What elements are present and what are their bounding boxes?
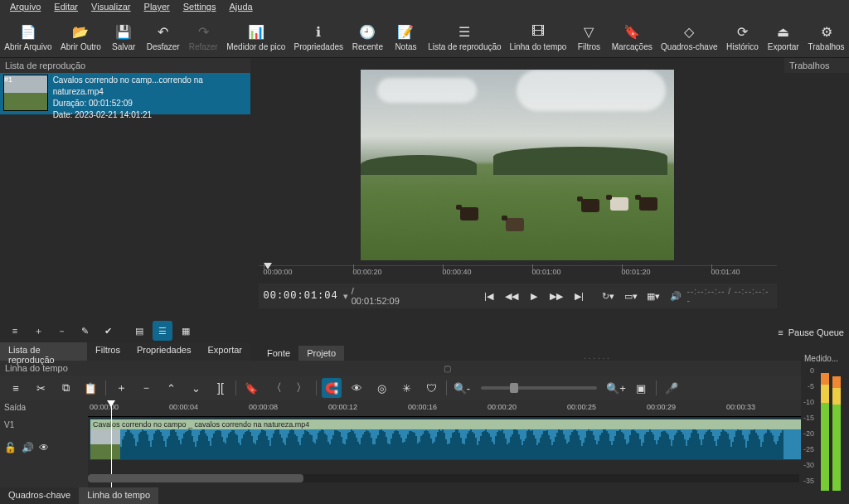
pl-view-grid-button[interactable]: ▦	[176, 321, 196, 341]
grid-button[interactable]: ▦▾	[643, 286, 662, 306]
video-preview[interactable]	[361, 70, 674, 260]
meter-scale-label: -20	[803, 429, 814, 438]
toolbar-export-button[interactable]: ⏏Exportar	[763, 17, 803, 57]
track-lock-icon[interactable]: 🔓	[4, 442, 17, 453]
meter-scale-label: -15	[803, 414, 814, 422]
toolbar-filters-button[interactable]: ▽Filtros	[570, 17, 607, 57]
tl-zoom-fit-button[interactable]: ▣	[631, 378, 651, 398]
tl-ripple-all-button[interactable]: ✳	[396, 378, 416, 398]
pl-remove-button[interactable]: －	[51, 321, 71, 341]
toolbar-recent-button[interactable]: 🕘Recente	[347, 17, 387, 57]
tab-project[interactable]: Projeto	[298, 346, 344, 361]
tl-snap-button[interactable]: 🧲	[322, 378, 342, 398]
toolbar-redo-button[interactable]: ↷Refazer	[184, 17, 222, 57]
current-timecode[interactable]: 00:00:01:04	[259, 290, 343, 302]
tl-append-button[interactable]: ＋	[111, 378, 131, 398]
toolbar-props-button[interactable]: ℹPropriedades	[289, 17, 347, 57]
tab-filters[interactable]: Filtros	[87, 342, 129, 361]
loop-button[interactable]: ↻▾	[599, 286, 618, 306]
preview-panel: 00:00:0000:00:2000:00:4000:01:0000:01:20…	[250, 58, 784, 319]
timeline-scrollbar[interactable]	[88, 474, 799, 482]
output-label: Saída	[4, 403, 26, 412]
pl-view-list-button[interactable]: ☰	[153, 321, 172, 341]
playlist-panel: Lista de reprodução Cavalos correndo no …	[0, 58, 250, 319]
pl-menu-button[interactable]: ≡	[5, 321, 25, 341]
toolbar-history-button[interactable]: ⟳Histórico	[722, 17, 764, 57]
source-tabs: Fonte Projeto . . . . . .	[250, 342, 849, 361]
pause-queue-button[interactable]: Pause Queue	[773, 326, 849, 339]
track-v1-label[interactable]: V1	[4, 420, 14, 429]
preview-tick: 00:00:40	[443, 268, 472, 276]
timeline-clip[interactable]: Cavalos correndo no campo _ cavalos corr…	[90, 419, 847, 460]
skip-start-button[interactable]: |◀	[479, 286, 498, 306]
toolbar-playlist-button[interactable]: ☰Lista de reprodução	[424, 17, 505, 57]
toolbar-keyframes-button[interactable]: ◇Quadros-chave	[657, 17, 721, 57]
playlist-thumbnail	[3, 75, 48, 111]
tl-menu-button[interactable]: ≡	[6, 378, 26, 398]
tab-export[interactable]: Exportar	[199, 342, 250, 361]
meter-bar-right	[832, 376, 841, 491]
tab-keyframes[interactable]: Quadros-chave	[0, 487, 79, 504]
tl-prev-marker-button[interactable]: 〈	[266, 378, 286, 398]
track-mute-icon[interactable]: 🔊	[22, 442, 34, 453]
tl-ripple-markers-button[interactable]: 🛡	[421, 378, 441, 398]
playlist-item-date: Date: 2023-02-21 14:01:21	[53, 109, 247, 121]
timeline-tick: 00:00:25	[567, 403, 596, 411]
menu-editar[interactable]: Editar	[47, 0, 85, 17]
pl-edit-button[interactable]: ✎	[75, 321, 95, 341]
tl-lift-button[interactable]: ⌃	[161, 378, 181, 398]
toolbar-markers-button[interactable]: 🔖Marcações	[607, 17, 657, 57]
toolbar-timeline-button[interactable]: 🎞Linha do tempo	[505, 17, 570, 57]
skip-end-button[interactable]: ▶|	[570, 286, 589, 306]
tl-copy-button[interactable]: ⧉	[56, 378, 75, 398]
tab-playlist[interactable]: Lista de reprodução	[0, 342, 87, 361]
timeline-undock-button[interactable]: ▢	[439, 364, 456, 373]
preview-ruler[interactable]: 00:00:0000:00:2000:00:4000:01:0000:01:20…	[259, 265, 777, 284]
playlist-item[interactable]: Cavalos correndo no camp...correndo na n…	[0, 73, 250, 114]
fast-forward-button[interactable]: ▶▶	[547, 286, 566, 306]
pl-check-button[interactable]: ✔	[98, 321, 118, 341]
undo-icon: ↶	[158, 22, 168, 41]
tl-remove-button[interactable]: －	[136, 378, 156, 398]
tab-properties[interactable]: Propriedades	[129, 342, 199, 361]
tl-record-audio-button[interactable]: 🎤	[662, 378, 682, 398]
tl-zoom-out-button[interactable]: 🔍-	[452, 378, 472, 398]
timeline-ruler[interactable]: 00:00:0000:00:0400:00:0800:00:1200:00:16…	[88, 400, 849, 417]
rewind-button[interactable]: ◀◀	[502, 286, 521, 306]
pl-view-detail-button[interactable]: ▤	[129, 321, 149, 341]
tl-paste-button[interactable]: 📋	[80, 378, 100, 398]
menu-player[interactable]: Player	[138, 0, 177, 17]
tl-cut-button[interactable]: ✂	[31, 378, 51, 398]
preview-tick: 00:01:00	[532, 268, 561, 276]
jobs-header: Trabalhos	[784, 58, 849, 73]
menu-visualizar[interactable]: Visualizar	[85, 0, 138, 17]
toolbar-notes-button[interactable]: 📝Notas	[387, 17, 424, 57]
tl-split-button[interactable]: ][	[211, 378, 230, 398]
meter-scale-label: -5	[808, 382, 814, 390]
toolbar-save-button[interactable]: 💾Salvar	[105, 17, 142, 57]
toolbar-undo-button[interactable]: ↶Desfazer	[142, 17, 184, 57]
tab-timeline[interactable]: Linha do tempo	[79, 487, 158, 504]
pl-add-button[interactable]: ＋	[28, 321, 48, 341]
tl-scrub-button[interactable]: 👁	[347, 378, 366, 398]
tl-marker-button[interactable]: 🔖	[241, 378, 261, 398]
tl-zoom-slider[interactable]	[481, 386, 597, 390]
toolbar-peak-button[interactable]: 📊Medidor de pico	[222, 17, 289, 57]
volume-button[interactable]: 🔊	[666, 286, 685, 306]
menu-arquivo[interactable]: Arquivo	[3, 0, 47, 17]
toolbar-open-other-button[interactable]: 📂Abrir Outro	[56, 17, 106, 57]
tl-zoom-in-button[interactable]: 🔍+	[606, 378, 626, 398]
track-hide-icon[interactable]: 👁	[39, 442, 49, 453]
tl-ripple-button[interactable]: ◎	[371, 378, 391, 398]
menu-settings[interactable]: Settings	[177, 0, 223, 17]
play-button[interactable]: ▶	[524, 286, 543, 306]
tl-next-marker-button[interactable]: 〉	[291, 378, 311, 398]
meters-title: Medido...	[801, 352, 849, 365]
toolbar-open-button[interactable]: 📄Abrir Arquivo	[0, 17, 56, 57]
menu-ajuda[interactable]: Ajuda	[222, 0, 259, 17]
keyframes-icon: ◇	[684, 22, 694, 41]
zoom-fit-button[interactable]: ▭▾	[621, 286, 640, 306]
toolbar-jobs-button[interactable]: ⚙Trabalhos	[803, 17, 849, 57]
tl-overwrite-button[interactable]: ⌄	[186, 378, 206, 398]
tab-source[interactable]: Fonte	[259, 346, 298, 361]
